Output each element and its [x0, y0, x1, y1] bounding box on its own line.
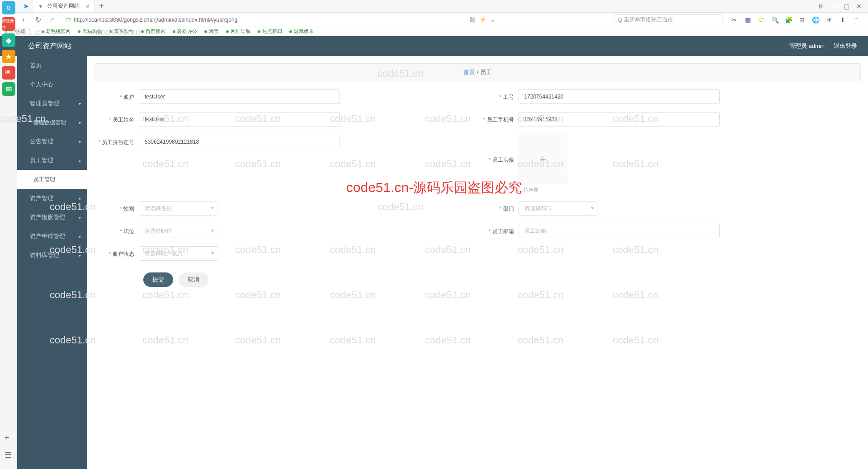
close-icon[interactable]: ×: [86, 3, 90, 10]
email-input[interactable]: [519, 224, 720, 238]
bookmark-icon[interactable]: ⎘: [816, 1, 826, 12]
url-bar[interactable]: 🛡 http://localhost:8080/gongsizichanj/ad…: [61, 14, 351, 25]
sidebar-item-asset-discard[interactable]: 资产报废管理▾: [17, 208, 87, 227]
bookmarks-bar: ★ 收藏 · 老毛桃官网 天猫购物 京东购物 百度搜索 轻松办公 淘宝 网址导航…: [0, 27, 868, 36]
browser-tab[interactable]: ▼ 公司资产网站 ×: [33, 0, 94, 12]
breadcrumb-current: 员工: [480, 69, 492, 75]
globe-icon[interactable]: 🌐: [811, 15, 820, 24]
bookmark-link[interactable]: 百度搜索: [141, 28, 165, 35]
browser-logo-icon[interactable]: ➤: [18, 0, 33, 12]
forward-button[interactable]: ›: [18, 14, 29, 25]
search-icon[interactable]: 🔍: [770, 15, 779, 24]
cancel-button[interactable]: 取消: [179, 272, 208, 287]
sidebar-item-home[interactable]: 首页: [17, 56, 87, 75]
app-icon[interactable]: 赠送账号: [2, 17, 15, 31]
app-title: 公司资产网站: [28, 42, 71, 51]
bookmark-link[interactable]: 轻松办公: [173, 28, 197, 35]
minimize-icon[interactable]: —: [828, 1, 839, 12]
translate-icon[interactable]: 翻: [470, 16, 476, 24]
chevron-down-icon[interactable]: ⌄: [490, 16, 495, 23]
browser-search[interactable]: Q 重庆暴雨祖孙三遇难: [614, 14, 722, 25]
scissors-icon[interactable]: ✂: [730, 15, 739, 24]
sidebar-item-admin[interactable]: 管理员管理▾: [17, 94, 87, 113]
mail-icon[interactable]: ✉: [2, 82, 15, 96]
puzzle-icon[interactable]: 🧩: [784, 15, 793, 24]
download-icon[interactable]: ⬇: [838, 15, 847, 24]
phone-input[interactable]: [519, 112, 720, 127]
menu-icon[interactable]: ≡: [852, 15, 861, 24]
bookmark-link[interactable]: 网址导航: [226, 28, 250, 35]
submit-button[interactable]: 提交: [143, 272, 173, 287]
position-label: *职位: [98, 224, 139, 235]
flash-icon[interactable]: ⚡: [479, 16, 486, 23]
close-icon[interactable]: ✕: [854, 1, 864, 12]
chevron-down-icon: ▾: [79, 196, 81, 201]
search-icon: Q: [618, 17, 622, 23]
browser-nav: ‹ › ↻ ⌂ 🛡 http://localhost:8080/gongsizi…: [0, 13, 868, 27]
sidebar-item-asset-apply[interactable]: 资产申请管理▾: [17, 227, 87, 246]
chevron-down-icon: ▾: [79, 215, 81, 220]
avatar-label: *员工头像: [478, 135, 519, 164]
email-label: *员工邮箱: [478, 224, 519, 235]
status-select[interactable]: [139, 246, 218, 261]
weibo-icon[interactable]: 👁: [2, 66, 15, 80]
bookmark-link[interactable]: 热点新闻: [258, 28, 282, 35]
app-header: 公司资产网站 管理员 admin 退出登录: [0, 36, 868, 56]
employee-form: *账户 *工号 *员工姓名 *员工手机号 *员工身份证号 *员工头像: [94, 89, 861, 295]
chevron-down-icon: ▾: [79, 253, 81, 258]
tab-title: 公司资产网站: [47, 2, 80, 10]
idcard-input[interactable]: [139, 135, 340, 149]
vue-icon: ▼: [38, 3, 44, 9]
grid-icon[interactable]: ⊞: [797, 15, 807, 24]
idcard-label: *员工身份证号: [98, 135, 139, 146]
dept-label: *部门: [478, 201, 519, 213]
sidebar-item-library[interactable]: 资料库管理▾: [17, 246, 87, 265]
chevron-down-icon: ▾: [79, 120, 81, 125]
status-label: *账户状态: [98, 246, 139, 258]
breadcrumb: 首页 / 员工: [94, 63, 861, 81]
plus-icon: +: [539, 152, 546, 166]
gender-select[interactable]: [139, 201, 218, 216]
admin-label[interactable]: 管理员 admin: [789, 42, 825, 50]
position-select[interactable]: [139, 224, 218, 238]
upload-hint: 上传头像: [519, 186, 567, 193]
home-button[interactable]: ⌂: [47, 14, 58, 25]
chevron-up-icon: ▴: [79, 158, 81, 163]
bookmark-link[interactable]: 淘宝: [204, 28, 219, 35]
sidebar-item-notice[interactable]: 公告管理▾: [17, 132, 87, 151]
name-input[interactable]: [139, 112, 340, 127]
chevron-down-icon: ▾: [79, 139, 81, 144]
gender-label: *性别: [98, 201, 139, 213]
extension-icon[interactable]: ▦: [743, 15, 752, 24]
app-icon[interactable]: ◆: [2, 33, 15, 47]
os-sidebar: e 赠送账号 ◆ ★ 👁 ✉: [0, 0, 17, 469]
sidebar-item-employee-parent[interactable]: 员工管理▴: [17, 151, 87, 170]
sun-icon[interactable]: ☀: [825, 15, 834, 24]
browser-tabs: ➤ ▼ 公司资产网站 × + ⎘ — ▢ ✕: [0, 0, 868, 13]
logout-button[interactable]: 退出登录: [834, 42, 857, 50]
sidebar-item-profile[interactable]: 个人中心: [17, 75, 87, 94]
avatar-upload[interactable]: +: [519, 135, 567, 183]
sidebar-item-asset[interactable]: 资产管理▾: [17, 189, 87, 208]
breadcrumb-home[interactable]: 首页: [463, 69, 475, 75]
content-area: 首页 / 员工 *账户 *工号 *员工姓名 *员工手机号 *员工身份证号: [87, 56, 868, 469]
new-tab-button[interactable]: +: [94, 1, 108, 11]
account-input[interactable]: [139, 89, 340, 104]
shield-icon[interactable]: 🛡: [757, 15, 766, 24]
reload-button[interactable]: ↻: [33, 14, 43, 25]
chevron-down-icon: ▾: [79, 101, 81, 106]
browser-icon[interactable]: e: [2, 1, 15, 14]
bookmark-link[interactable]: 游戏娱乐: [289, 28, 314, 35]
workid-input[interactable]: [519, 89, 720, 104]
sidebar-item-basedata[interactable]: 基础数据管理▾: [17, 113, 87, 132]
bookmark-link[interactable]: 天猫购物: [78, 28, 102, 35]
app-icon[interactable]: ★: [2, 50, 15, 63]
dept-select[interactable]: [519, 201, 598, 216]
sidebar-item-employee[interactable]: 员工管理: [17, 170, 87, 189]
account-label: *账户: [98, 89, 139, 101]
name-label: *员工姓名: [98, 112, 139, 124]
phone-label: *员工手机号: [478, 112, 519, 124]
maximize-icon[interactable]: ▢: [841, 1, 852, 12]
bookmark-link[interactable]: 老毛桃官网: [41, 28, 71, 35]
bookmark-link[interactable]: 京东购物: [109, 28, 134, 35]
